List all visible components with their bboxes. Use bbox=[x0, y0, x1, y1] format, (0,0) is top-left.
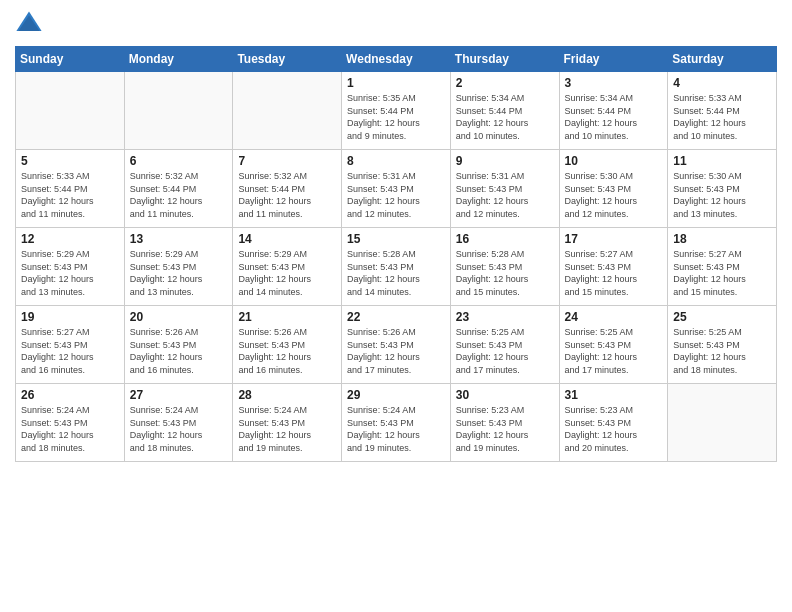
calendar-cell: 8Sunrise: 5:31 AM Sunset: 5:43 PM Daylig… bbox=[342, 150, 451, 228]
day-info: Sunrise: 5:25 AM Sunset: 5:43 PM Dayligh… bbox=[456, 326, 554, 376]
day-info: Sunrise: 5:28 AM Sunset: 5:43 PM Dayligh… bbox=[456, 248, 554, 298]
day-number: 2 bbox=[456, 76, 554, 90]
day-number: 18 bbox=[673, 232, 771, 246]
day-number: 31 bbox=[565, 388, 663, 402]
calendar-cell: 27Sunrise: 5:24 AM Sunset: 5:43 PM Dayli… bbox=[124, 384, 233, 462]
day-number: 11 bbox=[673, 154, 771, 168]
calendar-cell: 20Sunrise: 5:26 AM Sunset: 5:43 PM Dayli… bbox=[124, 306, 233, 384]
day-number: 16 bbox=[456, 232, 554, 246]
day-number: 9 bbox=[456, 154, 554, 168]
calendar-cell bbox=[233, 72, 342, 150]
day-number: 17 bbox=[565, 232, 663, 246]
weekday-header-row: SundayMondayTuesdayWednesdayThursdayFrid… bbox=[16, 47, 777, 72]
calendar-cell: 16Sunrise: 5:28 AM Sunset: 5:43 PM Dayli… bbox=[450, 228, 559, 306]
day-number: 1 bbox=[347, 76, 445, 90]
logo-icon bbox=[15, 10, 43, 38]
day-number: 25 bbox=[673, 310, 771, 324]
day-number: 23 bbox=[456, 310, 554, 324]
calendar-week-row: 1Sunrise: 5:35 AM Sunset: 5:44 PM Daylig… bbox=[16, 72, 777, 150]
day-info: Sunrise: 5:25 AM Sunset: 5:43 PM Dayligh… bbox=[565, 326, 663, 376]
day-info: Sunrise: 5:32 AM Sunset: 5:44 PM Dayligh… bbox=[238, 170, 336, 220]
calendar-cell: 13Sunrise: 5:29 AM Sunset: 5:43 PM Dayli… bbox=[124, 228, 233, 306]
calendar-cell: 15Sunrise: 5:28 AM Sunset: 5:43 PM Dayli… bbox=[342, 228, 451, 306]
calendar-week-row: 12Sunrise: 5:29 AM Sunset: 5:43 PM Dayli… bbox=[16, 228, 777, 306]
day-number: 3 bbox=[565, 76, 663, 90]
day-number: 28 bbox=[238, 388, 336, 402]
calendar-cell: 29Sunrise: 5:24 AM Sunset: 5:43 PM Dayli… bbox=[342, 384, 451, 462]
day-info: Sunrise: 5:33 AM Sunset: 5:44 PM Dayligh… bbox=[673, 92, 771, 142]
calendar-cell: 2Sunrise: 5:34 AM Sunset: 5:44 PM Daylig… bbox=[450, 72, 559, 150]
day-info: Sunrise: 5:29 AM Sunset: 5:43 PM Dayligh… bbox=[238, 248, 336, 298]
calendar-cell: 26Sunrise: 5:24 AM Sunset: 5:43 PM Dayli… bbox=[16, 384, 125, 462]
day-number: 19 bbox=[21, 310, 119, 324]
weekday-header: Tuesday bbox=[233, 47, 342, 72]
day-number: 10 bbox=[565, 154, 663, 168]
day-number: 29 bbox=[347, 388, 445, 402]
calendar-cell: 28Sunrise: 5:24 AM Sunset: 5:43 PM Dayli… bbox=[233, 384, 342, 462]
page-container: SundayMondayTuesdayWednesdayThursdayFrid… bbox=[0, 0, 792, 612]
calendar-cell: 6Sunrise: 5:32 AM Sunset: 5:44 PM Daylig… bbox=[124, 150, 233, 228]
day-info: Sunrise: 5:31 AM Sunset: 5:43 PM Dayligh… bbox=[456, 170, 554, 220]
day-number: 21 bbox=[238, 310, 336, 324]
calendar-week-row: 19Sunrise: 5:27 AM Sunset: 5:43 PM Dayli… bbox=[16, 306, 777, 384]
calendar-cell: 17Sunrise: 5:27 AM Sunset: 5:43 PM Dayli… bbox=[559, 228, 668, 306]
calendar-cell: 25Sunrise: 5:25 AM Sunset: 5:43 PM Dayli… bbox=[668, 306, 777, 384]
day-number: 15 bbox=[347, 232, 445, 246]
calendar-cell: 30Sunrise: 5:23 AM Sunset: 5:43 PM Dayli… bbox=[450, 384, 559, 462]
day-number: 30 bbox=[456, 388, 554, 402]
day-info: Sunrise: 5:26 AM Sunset: 5:43 PM Dayligh… bbox=[347, 326, 445, 376]
day-number: 26 bbox=[21, 388, 119, 402]
day-info: Sunrise: 5:28 AM Sunset: 5:43 PM Dayligh… bbox=[347, 248, 445, 298]
calendar-cell: 24Sunrise: 5:25 AM Sunset: 5:43 PM Dayli… bbox=[559, 306, 668, 384]
day-info: Sunrise: 5:23 AM Sunset: 5:43 PM Dayligh… bbox=[456, 404, 554, 454]
day-info: Sunrise: 5:31 AM Sunset: 5:43 PM Dayligh… bbox=[347, 170, 445, 220]
day-info: Sunrise: 5:26 AM Sunset: 5:43 PM Dayligh… bbox=[238, 326, 336, 376]
calendar-cell: 11Sunrise: 5:30 AM Sunset: 5:43 PM Dayli… bbox=[668, 150, 777, 228]
page-header bbox=[15, 10, 777, 38]
day-number: 14 bbox=[238, 232, 336, 246]
day-info: Sunrise: 5:24 AM Sunset: 5:43 PM Dayligh… bbox=[21, 404, 119, 454]
day-info: Sunrise: 5:23 AM Sunset: 5:43 PM Dayligh… bbox=[565, 404, 663, 454]
day-number: 22 bbox=[347, 310, 445, 324]
calendar-cell bbox=[668, 384, 777, 462]
weekday-header: Wednesday bbox=[342, 47, 451, 72]
day-number: 8 bbox=[347, 154, 445, 168]
weekday-header: Thursday bbox=[450, 47, 559, 72]
day-info: Sunrise: 5:26 AM Sunset: 5:43 PM Dayligh… bbox=[130, 326, 228, 376]
day-number: 6 bbox=[130, 154, 228, 168]
day-number: 24 bbox=[565, 310, 663, 324]
day-info: Sunrise: 5:27 AM Sunset: 5:43 PM Dayligh… bbox=[21, 326, 119, 376]
day-number: 13 bbox=[130, 232, 228, 246]
calendar-week-row: 26Sunrise: 5:24 AM Sunset: 5:43 PM Dayli… bbox=[16, 384, 777, 462]
day-number: 7 bbox=[238, 154, 336, 168]
calendar-cell bbox=[16, 72, 125, 150]
calendar-cell: 7Sunrise: 5:32 AM Sunset: 5:44 PM Daylig… bbox=[233, 150, 342, 228]
calendar-cell: 10Sunrise: 5:30 AM Sunset: 5:43 PM Dayli… bbox=[559, 150, 668, 228]
calendar-cell: 9Sunrise: 5:31 AM Sunset: 5:43 PM Daylig… bbox=[450, 150, 559, 228]
calendar-cell: 3Sunrise: 5:34 AM Sunset: 5:44 PM Daylig… bbox=[559, 72, 668, 150]
calendar-cell: 23Sunrise: 5:25 AM Sunset: 5:43 PM Dayli… bbox=[450, 306, 559, 384]
day-info: Sunrise: 5:30 AM Sunset: 5:43 PM Dayligh… bbox=[673, 170, 771, 220]
day-info: Sunrise: 5:29 AM Sunset: 5:43 PM Dayligh… bbox=[21, 248, 119, 298]
day-info: Sunrise: 5:35 AM Sunset: 5:44 PM Dayligh… bbox=[347, 92, 445, 142]
calendar-week-row: 5Sunrise: 5:33 AM Sunset: 5:44 PM Daylig… bbox=[16, 150, 777, 228]
day-info: Sunrise: 5:34 AM Sunset: 5:44 PM Dayligh… bbox=[456, 92, 554, 142]
day-info: Sunrise: 5:34 AM Sunset: 5:44 PM Dayligh… bbox=[565, 92, 663, 142]
day-info: Sunrise: 5:27 AM Sunset: 5:43 PM Dayligh… bbox=[565, 248, 663, 298]
calendar-cell: 31Sunrise: 5:23 AM Sunset: 5:43 PM Dayli… bbox=[559, 384, 668, 462]
day-number: 20 bbox=[130, 310, 228, 324]
calendar-table: SundayMondayTuesdayWednesdayThursdayFrid… bbox=[15, 46, 777, 462]
calendar-cell bbox=[124, 72, 233, 150]
day-number: 12 bbox=[21, 232, 119, 246]
calendar-cell: 5Sunrise: 5:33 AM Sunset: 5:44 PM Daylig… bbox=[16, 150, 125, 228]
day-info: Sunrise: 5:30 AM Sunset: 5:43 PM Dayligh… bbox=[565, 170, 663, 220]
logo bbox=[15, 10, 47, 38]
calendar-cell: 4Sunrise: 5:33 AM Sunset: 5:44 PM Daylig… bbox=[668, 72, 777, 150]
day-info: Sunrise: 5:24 AM Sunset: 5:43 PM Dayligh… bbox=[347, 404, 445, 454]
day-info: Sunrise: 5:24 AM Sunset: 5:43 PM Dayligh… bbox=[130, 404, 228, 454]
day-number: 27 bbox=[130, 388, 228, 402]
day-number: 4 bbox=[673, 76, 771, 90]
calendar-cell: 21Sunrise: 5:26 AM Sunset: 5:43 PM Dayli… bbox=[233, 306, 342, 384]
day-info: Sunrise: 5:29 AM Sunset: 5:43 PM Dayligh… bbox=[130, 248, 228, 298]
day-info: Sunrise: 5:25 AM Sunset: 5:43 PM Dayligh… bbox=[673, 326, 771, 376]
